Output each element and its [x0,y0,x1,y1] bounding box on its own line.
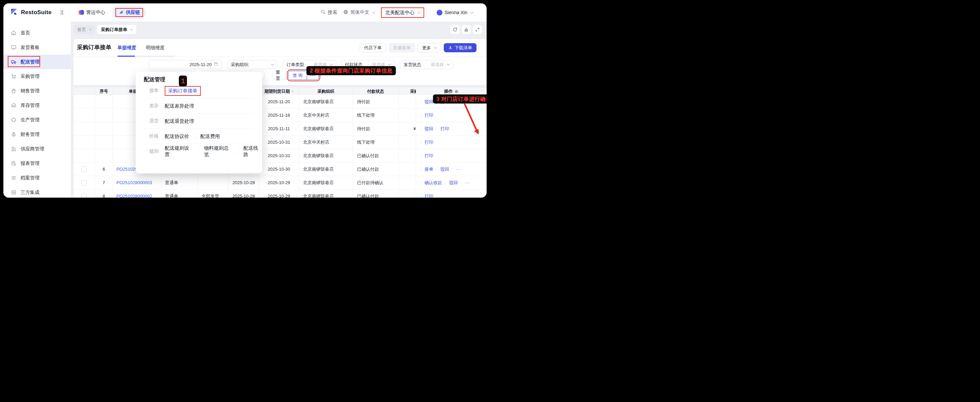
seq-cell [95,149,113,162]
flyout-link[interactable]: 物料规则总览 [204,145,232,158]
purchase-org-cell: 北京中关村店 [299,109,353,122]
query-button[interactable]: 查 询 [288,71,307,79]
more-ops-link[interactable]: ··· [456,167,461,172]
dashboard-icon [11,44,16,50]
sidebar-item-label: 供应商管理 [21,146,44,152]
divider [421,100,421,104]
op-link[interactable]: 驳回 [449,180,458,186]
purchase-org-cell: 北京南锣鼓巷店 [299,189,353,198]
flyout-link[interactable]: 采购订单接单 [168,88,197,94]
flyout-link[interactable]: 配送退货处理 [165,118,194,124]
checkbox-cell[interactable] [73,189,95,198]
clear-cache-button[interactable] [461,25,471,34]
po-number-link[interactable]: PO251028000002 [116,194,152,198]
tab-detail-dimension[interactable]: 明细维度 [146,39,165,57]
purchase-org-cell: 北京中关村店 [299,135,353,149]
menu-fold-icon[interactable] [59,10,64,15]
global-search[interactable]: 搜索 [321,10,337,16]
po-cell: PO251028000003 [113,176,162,189]
pay-status-cell: 已确认付款 [353,149,399,162]
op-link[interactable]: 驳回 [441,166,449,172]
home-icon [11,30,16,36]
row-checkbox[interactable] [81,194,87,198]
nav-item-supply-chain[interactable]: 供应链 [113,6,146,19]
sidebar-item-sales[interactable]: 销售管理 [3,84,71,98]
sidebar-item-supplier[interactable]: 供应商管理 [3,141,71,156]
integration-icon [11,189,16,195]
sidebar-item-purchase[interactable]: 采购管理 [3,69,71,84]
chevron-down-icon [330,62,333,66]
pay-status-cell: 已确认付款 [353,189,399,198]
op-link[interactable]: 接单 [425,166,433,172]
refresh-button[interactable] [450,25,460,34]
distribution-center-selector[interactable]: 北美配送中心 [381,8,424,18]
nav-item-operation-center[interactable]: 营运中心 [76,8,108,17]
ops-cell: 接单驳回··· [416,162,487,176]
close-icon[interactable]: × [89,27,91,32]
language-switcher[interactable]: 简体中文 [343,10,375,16]
purchase-org-cell: 北京南锣鼓巷店 [299,122,353,135]
checkbox-cell[interactable] [73,176,95,189]
op-link[interactable]: 打印 [425,153,433,159]
po-number-link[interactable]: PO251028000003 [116,180,152,185]
gear-icon[interactable] [454,89,459,94]
column-header-0 [73,88,95,95]
tab-home[interactable]: 首页× [73,25,95,34]
sidebar-item-integration[interactable]: 三方集成 [3,185,71,198]
flyout-link[interactable]: 配送差异处理 [165,103,194,109]
fullscreen-button[interactable] [473,25,482,34]
cart-icon [11,73,16,79]
sidebar-item-delivery[interactable]: 配送管理 [3,55,71,69]
step-2-annotation: 2 根据条件查询门店采购订单信息 [306,66,396,75]
sidebar-item-label: 财务管理 [21,132,40,138]
op-link[interactable]: 打印 [441,126,449,132]
op-link[interactable]: 打印 [425,193,433,198]
op-link[interactable]: 确认收款 [425,180,442,186]
flyout-link[interactable]: 配送线路 [243,145,262,158]
user-menu[interactable]: Sienna Xin [437,10,473,16]
sidebar-item-label: 发货看板 [21,44,40,51]
button-label: 下载清单 [455,45,472,51]
sidebar-item-inventory[interactable]: 库存管理 [3,98,71,113]
tab-strip: 首页×采购订单接单× [73,25,482,34]
op-link[interactable]: 驳回 [425,126,433,132]
order-for-store-button[interactable]: 代店下单 [360,43,386,52]
page-actions: 代店下单批量接单更多下载清单 [360,43,477,52]
column-label: 序号 [100,89,108,94]
op-link[interactable]: 打印 [425,112,433,118]
tab-document-dimension[interactable]: 单据维度 [118,39,136,57]
seq-cell [95,122,113,135]
op-link[interactable]: 打印 [425,139,433,145]
date-filter-input[interactable]: 2025-11-20 [148,60,222,69]
more-button[interactable]: 更多 [418,43,441,52]
ops-cell: 打印 [416,149,487,162]
filter-select-3[interactable]: 发货状态请选择 [400,60,453,69]
more-ops-link[interactable]: ··· [465,180,469,185]
op-link[interactable]: 驳回 [425,99,433,105]
brand[interactable]: RestoSuite [10,8,52,17]
close-icon[interactable]: × [130,27,133,32]
divider [421,153,421,158]
sidebar-item-shipping-board[interactable]: 发货看板 [3,40,71,55]
batch-receive-button[interactable]: 批量接单 [389,43,415,52]
reset-button[interactable]: 重置 [272,71,288,80]
flyout-link[interactable]: 配送规则设置 [165,145,193,158]
filter-select-0[interactable]: 采购组织 [227,60,277,69]
row-checkbox[interactable] [81,167,87,172]
sidebar-item-archive[interactable]: 档案管理 [3,171,71,185]
sidebar-item-reports[interactable]: 报表管理 [3,156,71,171]
seq-cell [95,135,113,149]
sort-icon[interactable] [291,90,294,93]
flyout-link[interactable]: 配送协议价 [165,133,189,140]
checkbox-cell[interactable] [73,162,95,176]
sidebar-item-finance[interactable]: 财务管理 [3,127,71,141]
download-list-button[interactable]: 下载清单 [444,43,477,52]
sidebar-item-production[interactable]: 生产管理 [3,113,71,127]
sidebar-item-home[interactable]: 首页 [3,25,71,40]
row-checkbox[interactable] [81,180,87,186]
flyout-link[interactable]: 配送费用 [200,133,220,140]
truck-icon [11,59,16,65]
tab-purchase-order-receive[interactable]: 采购订单接单× [97,25,136,34]
divider [73,57,487,57]
purchase-org-cell: 北京南锣鼓巷店 [299,149,353,162]
